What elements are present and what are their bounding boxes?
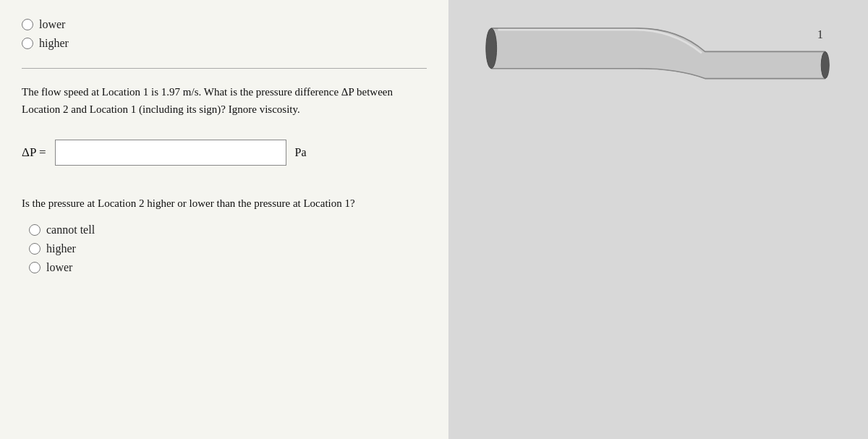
higher-radio[interactable] xyxy=(29,243,41,255)
svg-point-1 xyxy=(821,52,829,79)
top-higher-label[interactable]: higher xyxy=(39,37,69,50)
lower-radio[interactable] xyxy=(29,262,41,273)
question1-text: The flow speed at Location 1 is 1.97 m/s… xyxy=(22,83,427,118)
top-radio-group: lower higher xyxy=(22,18,427,50)
question1-body: The flow speed at Location 1 is 1.97 m/s… xyxy=(22,86,393,115)
delta-p-row: ΔP = Pa xyxy=(22,140,427,166)
higher-label[interactable]: higher xyxy=(46,242,76,255)
radio-option-cannot-tell[interactable]: cannot tell xyxy=(29,223,427,236)
bottom-radio-group: cannot tell higher lower xyxy=(29,223,427,274)
divider xyxy=(22,68,427,69)
radio-option-lower-bottom[interactable]: lower xyxy=(29,261,427,274)
radio-option-lower[interactable]: lower xyxy=(22,18,427,31)
delta-p-input[interactable] xyxy=(55,140,286,166)
question2-text: Is the pressure at Location 2 higher or … xyxy=(22,195,427,212)
delta-p-label: ΔP = xyxy=(22,145,46,160)
svg-point-0 xyxy=(486,28,497,68)
radio-option-higher-bottom[interactable]: higher xyxy=(29,242,427,255)
pipe-illustration: 1 xyxy=(477,22,839,108)
delta-p-unit: Pa xyxy=(295,146,307,159)
svg-text:1: 1 xyxy=(817,27,823,41)
top-lower-radio[interactable] xyxy=(22,19,33,30)
lower-label[interactable]: lower xyxy=(46,261,72,274)
pipe-svg: 1 xyxy=(477,22,839,108)
cannot-tell-radio[interactable] xyxy=(29,224,41,236)
right-panel: 1 xyxy=(448,0,868,439)
question2-body: Is the pressure at Location 2 higher or … xyxy=(22,197,355,209)
radio-option-higher-top[interactable]: higher xyxy=(22,37,427,50)
top-lower-label[interactable]: lower xyxy=(39,18,65,31)
main-content: lower higher The flow speed at Location … xyxy=(0,0,448,439)
top-higher-radio[interactable] xyxy=(22,38,33,49)
cannot-tell-label[interactable]: cannot tell xyxy=(46,223,95,236)
